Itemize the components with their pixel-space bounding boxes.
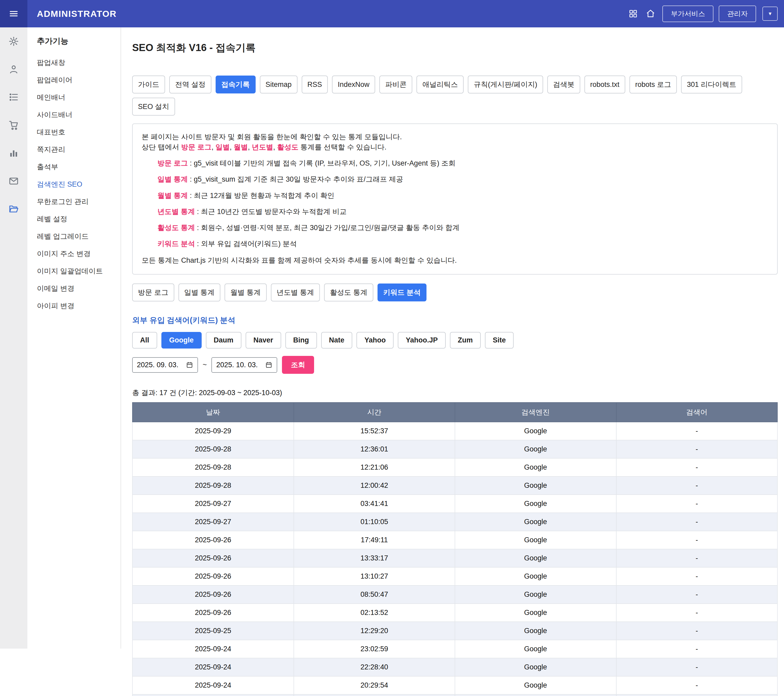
info-outro: 모든 통계는 Chart.js 기반의 시각화와 표를 함께 제공하여 숫자와 …: [142, 255, 768, 266]
stat-tab[interactable]: 월별 통계: [224, 283, 267, 301]
apps-icon[interactable]: [628, 8, 639, 19]
table-cell: -: [616, 604, 778, 622]
table-cell: 20:29:54: [294, 676, 455, 694]
settings-icon[interactable]: [0, 27, 27, 55]
seo-tab[interactable]: 애널리틱스: [417, 76, 464, 94]
table-cell: Google: [455, 476, 616, 495]
admin-button[interactable]: 관리자: [719, 5, 756, 22]
seo-tab[interactable]: 규칙(게시판/페이지): [468, 76, 543, 94]
engine-tab[interactable]: All: [132, 332, 157, 349]
sidebar-item[interactable]: 레벨 업그레이드: [37, 228, 120, 245]
results-table-body: 2025-09-2915:52:37Google-2025-09-2812:36…: [132, 422, 777, 696]
engine-tab[interactable]: Bing: [285, 332, 317, 349]
table-cell: -: [616, 549, 778, 567]
table-cell: 2025-09-26: [132, 549, 294, 567]
chart-icon[interactable]: [0, 139, 27, 167]
table-cell: -: [616, 676, 778, 694]
results-table: 날짜시간검색엔진검색어 2025-09-2915:52:37Google-202…: [132, 402, 778, 696]
table-cell: 2025-09-26: [132, 567, 294, 586]
info-item-text: : g5_visit 테이블 기반의 개별 접속 기록 (IP, 브라우저, O…: [188, 159, 456, 167]
addon-services-button[interactable]: 부가서비스: [662, 5, 713, 22]
user-icon[interactable]: [0, 55, 27, 83]
seo-tab[interactable]: robots 로그: [629, 76, 677, 94]
sidebar-item[interactable]: 이메일 변경: [37, 280, 120, 297]
table-cell: 03:41:41: [294, 495, 455, 513]
table-cell: 2025-09-28: [132, 458, 294, 476]
sidebar-item[interactable]: 팝업새창: [37, 54, 120, 71]
sidebar-item[interactable]: 사이드배너: [37, 106, 120, 123]
table-cell: 2025-09-27: [132, 495, 294, 513]
engine-tab[interactable]: Google: [161, 332, 202, 349]
stat-tab[interactable]: 활성도 통계: [324, 283, 373, 301]
info-text: 상단 탭에서: [142, 143, 181, 151]
table-cell: Google: [455, 422, 616, 440]
search-button[interactable]: 조회: [282, 356, 314, 374]
sidebar-item[interactable]: 쪽지관리: [37, 141, 120, 158]
table-cell: -: [616, 658, 778, 676]
info-box: 본 페이지는 사이트 방문자 및 회원 활동을 한눈에 확인할 수 있는 통계 …: [132, 123, 778, 275]
sidebar-item[interactable]: 팝업레이어: [37, 71, 120, 89]
table-cell: -: [616, 458, 778, 476]
menu-toggle-button[interactable]: [0, 0, 27, 27]
table-row: 2025-09-2617:49:11Google-: [132, 531, 777, 549]
seo-tab[interactable]: 파비콘: [379, 76, 412, 94]
table-row: 2025-09-2701:10:05Google-: [132, 513, 777, 531]
seo-tab[interactable]: Sitemap: [260, 76, 298, 94]
info-text: ,: [212, 143, 216, 151]
engine-tab[interactable]: Yahoo.JP: [398, 332, 446, 349]
table-cell: -: [616, 567, 778, 586]
engine-tab[interactable]: Yahoo: [356, 332, 394, 349]
engine-tab[interactable]: Nate: [321, 332, 352, 349]
seo-tab[interactable]: SEO 설치: [132, 98, 175, 115]
table-cell: Google: [455, 640, 616, 658]
table-cell: -: [616, 531, 778, 549]
admin-dropdown-button[interactable]: ▼: [763, 7, 778, 21]
engine-tab[interactable]: Naver: [245, 332, 281, 349]
sidebar-item[interactable]: 검색엔진 SEO: [37, 176, 120, 193]
date-to-input[interactable]: 2025. 10. 03.: [211, 357, 277, 373]
home-icon[interactable]: [645, 8, 656, 19]
table-cell: Google: [455, 604, 616, 622]
sidebar-item[interactable]: 이미지 일괄업데이트: [37, 262, 120, 280]
seo-tab[interactable]: 검색봇: [547, 76, 580, 94]
sidebar-item[interactable]: 무한로그인 관리: [37, 193, 120, 210]
info-item-label: 방문 로그: [157, 159, 188, 167]
stat-tab[interactable]: 년도별 통계: [271, 283, 320, 301]
sidebar-menu-panel: 추가기능 팝업새창팝업레이어메인배너사이드배너대표번호쪽지관리출석부검색엔진 S…: [27, 27, 121, 648]
sidebar-item[interactable]: 대표번호: [37, 123, 120, 141]
seo-tab[interactable]: 전역 설정: [169, 76, 211, 94]
table-cell: 22:28:40: [294, 658, 455, 676]
info-item-label: 활성도 통계: [157, 224, 195, 232]
engine-tab[interactable]: Daum: [206, 332, 241, 349]
sidebar-item[interactable]: 메인배너: [37, 89, 120, 106]
sidebar-item[interactable]: 출석부: [37, 158, 120, 176]
column-header: 시간: [294, 403, 455, 422]
cart-icon[interactable]: [0, 111, 27, 139]
sidebar-item[interactable]: 아이피 변경: [37, 297, 120, 314]
list-icon[interactable]: [0, 83, 27, 111]
sidebar-item[interactable]: 이미지 주소 변경: [37, 245, 120, 262]
table-cell: 2025-09-24: [132, 658, 294, 676]
mail-icon[interactable]: [0, 167, 27, 195]
seo-tab[interactable]: 접속기록: [216, 76, 255, 94]
results-summary: 총 결과: 17 건 (기간: 2025-09-03 ~ 2025-10-03): [132, 388, 778, 398]
info-text: ,: [248, 143, 252, 151]
table-cell: 13:33:17: [294, 549, 455, 567]
seo-tab[interactable]: RSS: [302, 76, 328, 94]
seo-tab[interactable]: IndexNow: [332, 76, 375, 94]
table-cell: -: [616, 586, 778, 604]
stat-tab[interactable]: 일별 통계: [178, 283, 221, 301]
app-brand: ADMINISTRATOR: [27, 0, 126, 27]
info-item: 활성도 통계 : 회원수, 성별·연령·지역 분포, 최근 30일간 가입/로그…: [142, 223, 768, 233]
stat-tab[interactable]: 키워드 분석: [377, 283, 427, 301]
seo-tab[interactable]: 가이드: [132, 76, 165, 94]
engine-tab[interactable]: Zum: [450, 332, 481, 349]
stat-tab[interactable]: 방문 로그: [132, 283, 174, 301]
sidebar-item[interactable]: 레벨 설정: [37, 210, 120, 228]
date-from-input[interactable]: 2025. 09. 03.: [132, 357, 198, 373]
folder-icon[interactable]: [0, 195, 27, 223]
seo-tab[interactable]: robots.txt: [585, 76, 625, 94]
engine-tab[interactable]: Site: [485, 332, 514, 349]
seo-tab[interactable]: 301 리다이렉트: [681, 76, 742, 94]
table-cell: -: [616, 622, 778, 640]
